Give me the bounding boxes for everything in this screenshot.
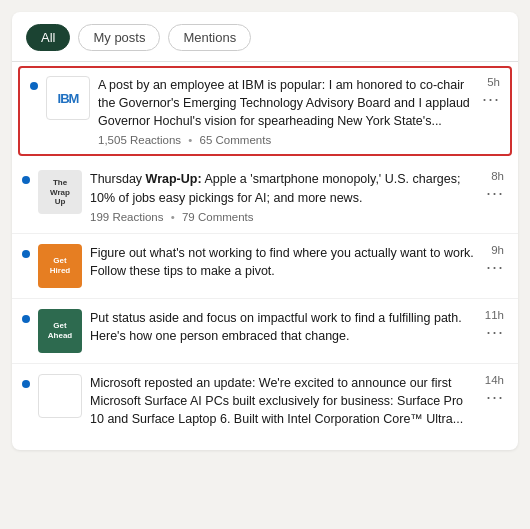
avatar-get-ahead: Get Ahead [38,309,82,353]
separator-ibm: • [188,134,192,146]
post-time-get-hired: 9h [491,244,504,256]
post-text-wrap: Thursday Wrap-Up: Apple a 'smartphone mo… [90,170,478,206]
post-time-get-ahead: 11h [485,309,504,321]
post-item-ibm: IBM A post by an employee at IBM is popu… [18,66,512,156]
wrap-logo-line3: Up [55,197,66,207]
avatar-microsoft [38,374,82,418]
post-item-microsoft: Microsoft reposted an update: We're exci… [12,364,518,442]
post-content-microsoft: Microsoft reposted an update: We're exci… [90,374,477,432]
unread-dot-get-ahead [22,315,30,323]
post-time-microsoft: 14h [485,374,504,386]
avatar-wrap: The Wrap Up [38,170,82,214]
post-right-wrap: 8h ··· [486,170,504,202]
more-options-get-ahead[interactable]: ··· [486,323,504,341]
post-meta-ibm: 1,505 Reactions • 65 Comments [98,134,474,146]
unread-dot-get-hired [22,250,30,258]
avatar-ibm: IBM [46,76,90,120]
more-options-get-hired[interactable]: ··· [486,258,504,276]
more-options-wrap[interactable]: ··· [486,184,504,202]
reactions-count-ibm: 1,505 Reactions [98,134,181,146]
post-text-ibm: A post by an employee at IBM is popular:… [98,76,474,130]
unread-dot [30,82,38,90]
post-content-get-ahead: Put status aside and focus on impactful … [90,309,477,349]
post-content-ibm: A post by an employee at IBM is popular:… [98,76,474,146]
post-right-microsoft: 14h ··· [485,374,504,406]
post-time-ibm: 5h [487,76,500,88]
get-ahead-line2: Ahead [48,331,72,341]
post-time-wrap: 8h [491,170,504,182]
avatar-get-hired: Get Hired [38,244,82,288]
post-item-wrap: The Wrap Up Thursday Wrap-Up: Apple a 's… [12,160,518,233]
post-content-get-hired: Figure out what's not working to find wh… [90,244,478,284]
post-item-get-ahead: Get Ahead Put status aside and focus on … [12,299,518,364]
ibm-logo-text: IBM [58,91,79,106]
reactions-count-wrap: 199 Reactions [90,211,164,223]
separator-wrap: • [171,211,175,223]
post-right-get-hired: 9h ··· [486,244,504,276]
tab-my-posts[interactable]: My posts [78,24,160,51]
comments-count-ibm: 65 Comments [200,134,272,146]
get-hired-line1: Get [53,256,66,266]
post-text-get-hired: Figure out what's not working to find wh… [90,244,478,280]
post-text-get-ahead: Put status aside and focus on impactful … [90,309,477,345]
tabs-bar: All My posts Mentions [12,24,518,62]
main-container: All My posts Mentions IBM A post by an e… [12,12,518,450]
post-right-ibm: 5h ··· [482,76,500,108]
unread-dot-microsoft [22,380,30,388]
post-text-microsoft: Microsoft reposted an update: We're exci… [90,374,477,428]
more-options-microsoft[interactable]: ··· [486,388,504,406]
wrap-logo-line2: Wrap [50,188,70,198]
get-ahead-line1: Get [53,321,66,331]
get-hired-line2: Hired [50,266,70,276]
post-right-get-ahead: 11h ··· [485,309,504,341]
post-meta-wrap: 199 Reactions • 79 Comments [90,211,478,223]
tab-all[interactable]: All [26,24,70,51]
more-options-ibm[interactable]: ··· [482,90,500,108]
post-item-get-hired: Get Hired Figure out what's not working … [12,234,518,299]
wrap-logo-line1: The [53,178,67,188]
comments-count-wrap: 79 Comments [182,211,254,223]
post-content-wrap: Thursday Wrap-Up: Apple a 'smartphone mo… [90,170,478,222]
tab-mentions[interactable]: Mentions [168,24,251,51]
unread-dot-wrap [22,176,30,184]
